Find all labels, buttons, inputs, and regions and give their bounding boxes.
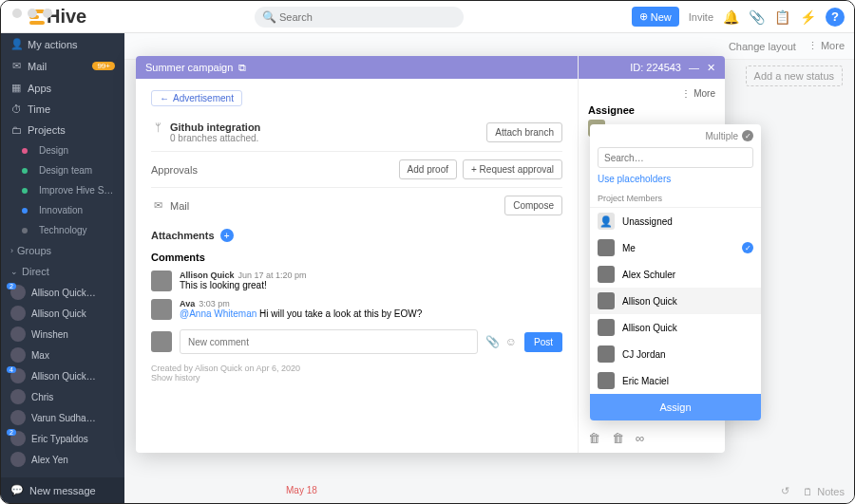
dm-avatar [10, 410, 26, 425]
post-button[interactable]: Post [524, 332, 562, 352]
member-avatar [598, 345, 615, 363]
request-approval-button[interactable]: + Request approval [463, 159, 562, 179]
attach-branch-button[interactable]: Attach branch [486, 122, 562, 142]
dm-count: 4 [7, 366, 16, 373]
add-attachment-button[interactable]: + [220, 229, 234, 242]
add-status[interactable]: Add a new status [746, 65, 843, 86]
member-option[interactable]: Alex Schuler [590, 261, 761, 288]
dm-avatar [10, 347, 26, 363]
bell-icon[interactable]: 🔔 [723, 9, 739, 25]
member-option[interactable]: 👤Unassigned [590, 208, 761, 234]
comment-avatar [151, 271, 172, 291]
comment-author: Allison Quick [180, 271, 235, 280]
project-label: Design [39, 145, 68, 156]
project-label: Design team [39, 165, 92, 176]
project-item[interactable]: Technology [1, 220, 124, 240]
member-option[interactable]: Allison Quick [590, 288, 761, 314]
dropdown-section-label: Project Members [590, 190, 761, 208]
project-item[interactable]: Design [1, 140, 124, 160]
dm-label: Varun Sudha… [31, 413, 96, 423]
pin-icon[interactable]: 📎 [749, 9, 765, 25]
mail-icon: ✉ [10, 60, 22, 72]
project-label: Technology [39, 225, 87, 235]
mention[interactable]: @Anna Whiteman [180, 308, 256, 319]
speech-icon: 💬 [10, 484, 24, 496]
assignee-search-input[interactable] [598, 147, 753, 168]
assign-button[interactable]: Assign [590, 394, 761, 420]
dm-item[interactable]: Varun Sudha… [1, 407, 124, 428]
archive-icon[interactable]: 🗑 [588, 431, 600, 445]
member-label: Allison Quick [622, 296, 677, 307]
sidebar-item-apps[interactable]: ▦Apps [1, 77, 124, 99]
use-placeholders-link[interactable]: Use placeholders [590, 172, 761, 190]
add-proof-button[interactable]: Add proof [399, 159, 457, 179]
created-meta: Created by Alison Quick on Apr 6, 2020 [151, 364, 562, 373]
dm-label: Max [31, 350, 49, 361]
breadcrumb[interactable]: ←Advertisement [151, 90, 242, 106]
unassigned-icon: 👤 [598, 213, 615, 230]
dm-item[interactable]: 4Allison Quick… [1, 365, 124, 386]
sidebar-direct[interactable]: ⌄Direct [1, 261, 124, 282]
check-circle-icon[interactable]: ✓ [742, 130, 753, 141]
dm-item[interactable]: Allison Quick [1, 303, 124, 324]
dm-count: 2 [7, 429, 16, 436]
trash-icon[interactable]: 🗑 [612, 431, 624, 445]
dm-label: Eric Typaldos [31, 434, 88, 444]
paperclip-icon[interactable]: 📎 [485, 335, 500, 348]
sidebar-item-mail[interactable]: ✉Mail99+ [1, 55, 124, 77]
dm-avatar: 2 [10, 431, 26, 446]
clipboard-icon[interactable]: 📋 [774, 9, 790, 25]
new-message-button[interactable]: 💬New message [1, 477, 124, 503]
sidebar-groups[interactable]: ›Groups [1, 240, 124, 261]
member-option[interactable]: CJ Jordan [590, 341, 761, 367]
sidebar-item-projects[interactable]: 🗀Projects [1, 120, 124, 140]
member-option[interactable]: Me✓ [590, 234, 761, 261]
chevron-right-icon: › [10, 246, 13, 255]
bolt-icon[interactable]: ⚡ [800, 9, 816, 25]
project-color-dot [22, 228, 28, 233]
invite-link[interactable]: Invite [689, 11, 713, 23]
external-link-icon[interactable]: ⧉ [238, 62, 246, 74]
dm-item[interactable]: Alex Yen [1, 449, 124, 470]
mail-icon: ✉ [151, 199, 164, 212]
notes-button[interactable]: ↺ 🗒 Notes [781, 485, 845, 497]
dm-avatar [10, 327, 26, 342]
sidebar-item-my-actions[interactable]: 👤My actions [1, 33, 124, 55]
share-icon[interactable]: ∞ [636, 431, 644, 445]
github-title: Github integration [170, 121, 260, 133]
brand-name: Hive [47, 6, 86, 28]
project-item[interactable]: Improve Hive S… [1, 180, 124, 200]
help-icon[interactable]: ? [826, 8, 845, 27]
project-item[interactable]: Design team [1, 160, 124, 180]
dm-item[interactable]: Winshen [1, 324, 124, 345]
dm-item[interactable]: Chris [1, 386, 124, 407]
comment-input[interactable] [180, 329, 478, 354]
project-color-dot [22, 168, 28, 174]
member-label: Alex Schuler [622, 270, 675, 280]
dm-item[interactable]: 2Allison Quick… [1, 282, 124, 303]
subbar-more[interactable]: ⋮ More [808, 40, 845, 52]
multiple-label[interactable]: Multiple [706, 131, 738, 141]
member-option[interactable]: Allison Quick [590, 314, 761, 341]
show-history[interactable]: Show history [151, 373, 562, 383]
sidebar: 👤My actions✉Mail99+▦Apps⏱Time🗀Projects D… [1, 33, 124, 503]
new-button[interactable]: ⊕New [632, 7, 679, 27]
user-icon: 👤 [10, 38, 22, 50]
global-search-input[interactable] [255, 7, 464, 28]
emoji-icon[interactable]: ☺ [505, 335, 517, 348]
sidebar-item-time[interactable]: ⏱Time [1, 99, 124, 120]
dm-item[interactable]: 2Eric Typaldos [1, 428, 124, 449]
member-option[interactable]: Eric Maciel [590, 367, 761, 394]
badge: 99+ [92, 62, 115, 70]
member-label: CJ Jordan [622, 349, 666, 360]
compose-button[interactable]: Compose [504, 196, 562, 215]
project-item[interactable]: Innovation [1, 200, 124, 220]
modal-more[interactable]: ⋮More [588, 88, 715, 99]
comment-time: Jun 17 at 1:20 pm [238, 271, 307, 280]
dm-count: 2 [7, 283, 16, 289]
change-layout[interactable]: Change layout [729, 41, 796, 52]
undo-icon[interactable]: ↺ [781, 485, 789, 497]
member-avatar [598, 372, 615, 389]
dm-item[interactable]: Max [1, 345, 124, 365]
member-label: Allison Quick [622, 323, 677, 333]
